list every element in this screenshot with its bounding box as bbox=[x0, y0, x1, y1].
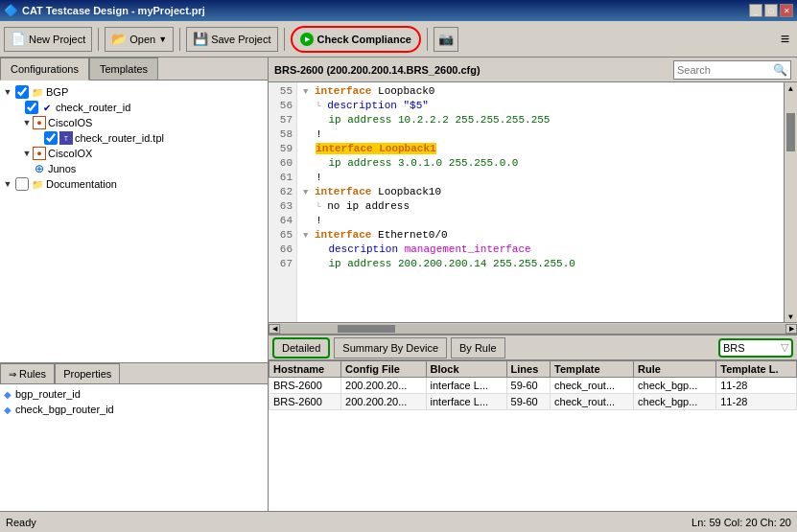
filter-icon: ▽ bbox=[781, 341, 788, 354]
col-lines: Lines bbox=[506, 361, 551, 378]
cell-block-1: interface L... bbox=[426, 378, 506, 394]
checkbox-check-router-id[interactable] bbox=[25, 101, 38, 114]
code-line-62: ▼ interface Loopback10 bbox=[303, 185, 778, 199]
junos-icon: ⊕ bbox=[33, 162, 46, 175]
save-icon: 💾 bbox=[193, 32, 208, 46]
label-tpl: check_router_id.tpl bbox=[75, 132, 164, 144]
expand-documentation[interactable]: ▼ bbox=[2, 179, 13, 189]
editor-h-scrollbar[interactable]: ◀ ▶ bbox=[269, 322, 797, 334]
rules-tab-icon: ⇒ bbox=[9, 369, 16, 380]
label-documentation: Documentation bbox=[46, 178, 117, 190]
results-table-wrapper[interactable]: Hostname Config File Block Lines Templat… bbox=[269, 360, 797, 511]
code-line-57: ip address 10.2.2.2 255.255.255.255 bbox=[303, 113, 778, 127]
open-button[interactable]: 📂 Open ▼ bbox=[105, 27, 174, 52]
line-numbers: 55 56 57 58 59 60 61 62 63 64 65 66 67 bbox=[269, 82, 297, 322]
checkbox-bgp[interactable] bbox=[15, 85, 29, 99]
results-filter-box: ▽ bbox=[718, 338, 793, 358]
editor-v-scrollbar[interactable]: ▲ ▼ bbox=[784, 82, 797, 322]
diamond-icon-2: ◆ bbox=[4, 405, 12, 415]
tree-item-check-router-id-tpl[interactable]: T check_router_id.tpl bbox=[2, 130, 266, 146]
expand-ciscoiox[interactable]: ▼ bbox=[21, 149, 33, 158]
expand-bgp[interactable]: ▼ bbox=[2, 87, 13, 97]
h-scroll-track[interactable] bbox=[280, 324, 785, 334]
code-line-55: ▼ interface Loopback0 bbox=[303, 84, 778, 99]
open-icon: 📂 bbox=[111, 32, 127, 46]
play-icon bbox=[300, 33, 314, 46]
extra-button[interactable]: 📷 bbox=[434, 27, 458, 52]
new-project-button[interactable]: 📄 New Project bbox=[4, 27, 92, 52]
code-line-56: └ description "$5" bbox=[303, 99, 778, 113]
h-scroll-thumb[interactable] bbox=[338, 325, 395, 333]
cell-rule-2: check_bgp... bbox=[634, 394, 716, 410]
tree-item-ciscoios[interactable]: ▼ ● CiscoIOS bbox=[2, 115, 266, 130]
col-rule: Rule bbox=[634, 361, 716, 378]
configuration-tree: ▼ 📁 BGP ✔ check_router_id ▼ ● CiscoIOS bbox=[0, 81, 268, 362]
tree-item-junos[interactable]: ⊕ Junos bbox=[2, 161, 266, 176]
left-panel: Configurations Templates ▼ 📁 BGP ✔ check… bbox=[0, 58, 269, 511]
label-bgp: BGP bbox=[46, 86, 68, 98]
maximize-button[interactable]: □ bbox=[764, 4, 778, 17]
code-content: ▼ interface Loopback0 └ description "$5"… bbox=[297, 82, 784, 322]
minimize-button[interactable]: _ bbox=[749, 4, 762, 17]
cell-block-2: interface L... bbox=[426, 394, 506, 410]
results-tab-by-rule[interactable]: By Rule bbox=[451, 337, 505, 359]
toolbar-separator-2 bbox=[179, 28, 180, 51]
code-editor[interactable]: 55 56 57 58 59 60 61 62 63 64 65 66 67 ▼… bbox=[269, 82, 797, 322]
scroll-thumb[interactable] bbox=[786, 113, 795, 151]
tab-configurations[interactable]: Configurations bbox=[0, 58, 89, 81]
h-scroll-right[interactable]: ▶ bbox=[785, 324, 797, 334]
checkbox-tpl[interactable] bbox=[44, 131, 58, 145]
folder-icon-documentation: 📁 bbox=[31, 177, 44, 191]
bottom-left-tab-strip: ⇒ Rules Properties bbox=[0, 363, 268, 384]
cell-template-2: check_rout... bbox=[551, 394, 634, 410]
table-row-2[interactable]: BRS-2600 200.200.20... interface L... 59… bbox=[270, 394, 797, 410]
results-filter-input[interactable] bbox=[723, 342, 781, 354]
scroll-track[interactable] bbox=[785, 94, 797, 311]
search-input[interactable] bbox=[677, 64, 773, 76]
scroll-up[interactable]: ▲ bbox=[785, 82, 797, 94]
cell-hostname-1: BRS-2600 bbox=[270, 378, 341, 394]
tree-item-bgp[interactable]: ▼ 📁 BGP bbox=[2, 84, 266, 100]
code-line-60: ip address 3.0.1.0 255.255.0.0 bbox=[303, 156, 778, 171]
left-tab-strip: Configurations Templates bbox=[0, 58, 268, 81]
save-project-button[interactable]: 💾 Save Project bbox=[186, 27, 277, 52]
h-scroll-left[interactable]: ◀ bbox=[269, 324, 280, 334]
editor-title: BRS-2600 (200.200.200.14.BRS_2600.cfg) bbox=[274, 64, 481, 76]
cell-templatel-1: 11-28 bbox=[716, 378, 797, 394]
tab-rules[interactable]: ⇒ Rules bbox=[0, 363, 55, 383]
tree-item-ciscoiox[interactable]: ▼ ● CiscoIOX bbox=[2, 146, 266, 161]
cell-lines-2: 59-60 bbox=[506, 394, 551, 410]
right-panel: BRS-2600 (200.200.200.14.BRS_2600.cfg) 🔍… bbox=[269, 58, 797, 511]
expand-ciscoios[interactable]: ▼ bbox=[21, 118, 33, 127]
toolbar: 📄 New Project 📂 Open ▼ 💾 Save Project Ch… bbox=[0, 21, 797, 58]
cisco-ios-icon: ● bbox=[33, 116, 46, 129]
results-tab-summary-by-device[interactable]: Summary By Device bbox=[334, 337, 447, 359]
label-check-router-id: check_router_id bbox=[56, 102, 130, 113]
folder-icon-bgp: 📁 bbox=[31, 85, 44, 99]
tree-item-check-router-id[interactable]: ✔ check_router_id bbox=[2, 100, 266, 115]
scroll-down[interactable]: ▼ bbox=[785, 311, 797, 322]
code-line-58: ! bbox=[303, 127, 778, 142]
results-tab-detailed[interactable]: Detailed bbox=[272, 337, 330, 359]
code-line-59: interface Loopback1 bbox=[303, 142, 778, 156]
results-table: Hostname Config File Block Lines Templat… bbox=[269, 360, 797, 410]
menu-button[interactable]: ≡ bbox=[777, 29, 793, 50]
tab-properties[interactable]: Properties bbox=[55, 363, 120, 383]
col-config-file: Config File bbox=[341, 361, 426, 378]
results-panel: Detailed Summary By Device By Rule ▽ bbox=[269, 334, 797, 511]
close-button[interactable]: ✕ bbox=[780, 4, 793, 17]
code-line-66: description management_interface bbox=[303, 243, 778, 257]
code-line-65: ▼ interface Ethernet0/0 bbox=[303, 228, 778, 243]
diamond-icon-1: ◆ bbox=[4, 389, 12, 400]
checkbox-documentation[interactable] bbox=[15, 177, 29, 191]
cell-config-2: 200.200.20... bbox=[341, 394, 426, 410]
toolbar-separator bbox=[98, 28, 99, 51]
tree-item-documentation[interactable]: ▼ 📁 Documentation bbox=[2, 176, 266, 192]
cell-lines-1: 59-60 bbox=[506, 378, 551, 394]
check-compliance-button[interactable]: Check Compliance bbox=[291, 26, 421, 53]
table-row-1[interactable]: BRS-2600 200.200.20... interface L... 59… bbox=[270, 378, 797, 394]
rule-item-bgp-router-id[interactable]: ◆ bgp_router_id bbox=[4, 386, 264, 402]
results-table-body: BRS-2600 200.200.20... interface L... 59… bbox=[270, 378, 797, 410]
tab-templates[interactable]: Templates bbox=[89, 58, 158, 80]
rule-item-check-bgp-router-id[interactable]: ◆ check_bgp_router_id bbox=[4, 402, 264, 417]
